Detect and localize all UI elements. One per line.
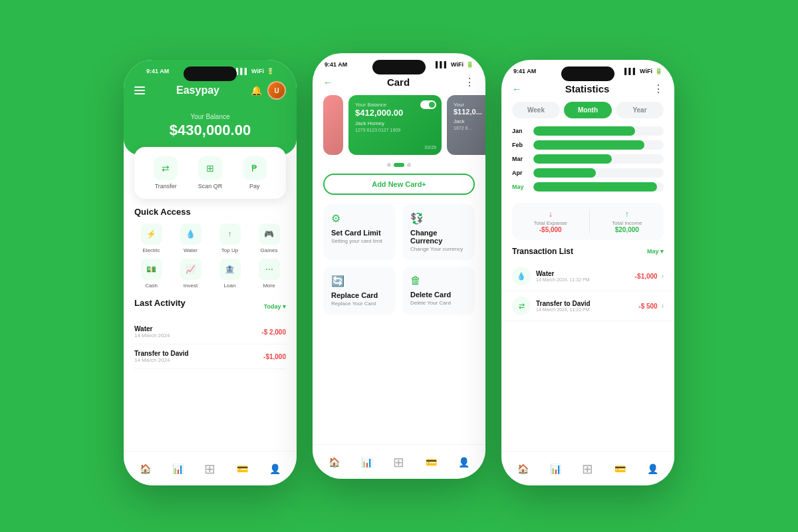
- expense-icon: ↓: [534, 209, 567, 219]
- set-limit-desc: Setting your card limit: [331, 238, 388, 244]
- add-card-button[interactable]: Add New Card+: [323, 174, 475, 195]
- card-black[interactable]: Your $112,0... Jack 1872 8...: [447, 95, 485, 155]
- activity-transfer-amount: -$1,000: [263, 353, 286, 360]
- nav-profile-2[interactable]: 👤: [456, 454, 472, 470]
- water-txn-arrow[interactable]: ›: [662, 273, 664, 280]
- txn-transfer: ⇄ Transfer to David 14 March 2024, 11:22…: [501, 291, 674, 321]
- transfer-action[interactable]: ⇄ Transfer: [154, 156, 178, 190]
- qa-water[interactable]: 💧 Water: [174, 223, 207, 253]
- nav-card-2[interactable]: 💳: [423, 454, 440, 470]
- back-button-3[interactable]: ←: [512, 84, 521, 94]
- tab-week[interactable]: Week: [512, 102, 560, 118]
- transfer-txn-arrow[interactable]: ›: [662, 303, 664, 310]
- qa-cash[interactable]: 💵 Cash: [134, 259, 168, 289]
- today-filter[interactable]: Today ▾: [264, 303, 286, 310]
- quick-access-title: Quick Access: [134, 207, 286, 217]
- change-currency-title: Change Currency: [410, 229, 467, 245]
- nav-stats-1[interactable]: 📊: [170, 461, 186, 477]
- nav-home-1[interactable]: 🏠: [137, 461, 154, 477]
- toggle-dot: [429, 102, 435, 108]
- last-activity-header: Last Activity Today ▾: [134, 298, 286, 315]
- qa-loan[interactable]: 🏦 Loan: [213, 259, 247, 289]
- profile-icon: 👤: [269, 464, 281, 474]
- stats-icon: 📊: [172, 464, 184, 474]
- card-toggle[interactable]: [420, 100, 436, 109]
- app-title: Easypay: [176, 84, 219, 96]
- cards-strip: Your Balance $412,000.00 Jack Homey 1279…: [313, 95, 485, 163]
- status-time-2: 9:41 AM: [325, 61, 347, 68]
- card-number: 1279 8123 0127 1909: [355, 128, 435, 132]
- home-icon: 🏠: [140, 464, 151, 474]
- nav-stats-2[interactable]: 📊: [358, 454, 375, 470]
- set-card-limit-option[interactable]: ⚙ Set Card Limit Setting your card limit: [323, 204, 396, 260]
- card-green[interactable]: Your Balance $412,000.00 Jack Homey 1279…: [348, 95, 442, 155]
- electric-icon: ⚡: [141, 223, 162, 245]
- transfer-label: Transfer: [155, 183, 177, 190]
- total-income: ↑ Total Income $20,000: [612, 209, 642, 233]
- nav-card-3[interactable]: 💳: [612, 461, 628, 477]
- scan-qr-label: Scan QR: [198, 183, 223, 190]
- more-menu-3[interactable]: ⋮: [653, 82, 664, 95]
- stats-summary: ↓ Total Expanse -$5,000 ↑ Total Income $…: [512, 203, 664, 240]
- qa-invest[interactable]: 📈 Invest: [174, 259, 207, 289]
- tab-month[interactable]: Month: [564, 102, 612, 118]
- status-time-1: 9:41 AM: [146, 68, 169, 74]
- replace-card-option[interactable]: 🔄 Replace Card Replace Your Card: [323, 267, 396, 315]
- nav-profile-1[interactable]: 👤: [267, 461, 283, 477]
- qa-electric[interactable]: ⚡ Electric: [134, 223, 168, 253]
- tab-year[interactable]: Year: [616, 102, 664, 118]
- stats-icon-2: 📊: [361, 457, 372, 467]
- water-txn-icon: 💧: [512, 267, 531, 285]
- activity-transfer: Transfer to David 14 March 2024 -$1,000: [134, 344, 286, 369]
- status-time-3: 9:41 AM: [513, 68, 536, 74]
- tab-group: Week Month Year: [501, 102, 674, 126]
- change-currency-option[interactable]: 💱 Change Currency Change Your currency: [402, 204, 475, 260]
- txn-list-header: Transaction List May ▾: [501, 247, 674, 256]
- notch-2: [372, 60, 426, 74]
- card-red[interactable]: [323, 95, 343, 155]
- qa-more[interactable]: ⋯ More: [252, 259, 286, 289]
- nav-card-1[interactable]: 💳: [234, 461, 251, 477]
- transfer-txn-amount: -$ 500: [638, 303, 657, 310]
- phone-2: 9:41 AM ▌▌▌ WiFi 🔋 ← Card ⋮ Your Balance…: [313, 53, 485, 479]
- txn-title: Transaction List: [512, 247, 573, 256]
- delete-card-option[interactable]: 🗑 Delete Card Delete Your Card: [402, 267, 475, 315]
- change-currency-icon: 💱: [410, 212, 467, 225]
- expense-label: Total Expanse: [534, 220, 567, 226]
- pay-label: Pay: [249, 183, 260, 190]
- total-expense: ↓ Total Expanse -$5,000: [534, 209, 567, 233]
- scan-qr-action[interactable]: ⊞ Scan QR: [198, 156, 223, 190]
- transfer-icon: ⇄: [154, 156, 178, 180]
- avatar[interactable]: U: [267, 81, 286, 100]
- more-menu-2[interactable]: ⋮: [464, 76, 475, 88]
- notch-1: [184, 66, 237, 81]
- activity-water: Water 14 March 2024 -$ 2,000: [134, 320, 286, 344]
- chart-row-jan: Jan: [512, 126, 664, 136]
- chart-row-feb: Feb: [512, 140, 664, 150]
- qa-games[interactable]: 🎮 Games: [252, 223, 286, 253]
- bell-icon[interactable]: 🔔: [251, 85, 262, 96]
- last-activity-title: Last Activity: [134, 298, 186, 308]
- txn-month-filter[interactable]: May ▾: [647, 248, 664, 255]
- card-icon-3: 💳: [614, 464, 626, 474]
- nav-home-3[interactable]: 🏠: [515, 461, 531, 477]
- nav-qr-3[interactable]: ⊞: [579, 458, 596, 479]
- card-balance-val: $412,000.00: [355, 108, 435, 118]
- nav-qr-1[interactable]: ⊞: [201, 458, 218, 479]
- status-icons-1: ▌▌▌ WiFi 🔋: [236, 68, 274, 74]
- hamburger-icon[interactable]: [134, 86, 145, 94]
- bar-jan: [533, 126, 635, 136]
- nav-profile-3[interactable]: 👤: [644, 461, 661, 477]
- nav-qr-2[interactable]: ⊞: [390, 452, 407, 473]
- back-button-2[interactable]: ←: [323, 77, 332, 88]
- qa-topup[interactable]: ↑ Top Up: [213, 223, 247, 253]
- nav-home-2[interactable]: 🏠: [326, 454, 342, 470]
- nav-stats-3[interactable]: 📊: [547, 461, 564, 477]
- pay-action[interactable]: ₱ Pay: [243, 156, 267, 190]
- invest-icon: 📈: [180, 259, 201, 280]
- more-icon: ⋯: [259, 259, 280, 280]
- replace-card-title: Replace Card: [331, 291, 388, 299]
- bottom-nav-3: 🏠 📊 ⊞ 💳 👤: [501, 451, 674, 485]
- phone-3: 9:41 AM ▌▌▌ WiFi 🔋 ← Statistics ⋮ Week M…: [501, 60, 674, 485]
- expense-value: -$5,000: [534, 226, 567, 233]
